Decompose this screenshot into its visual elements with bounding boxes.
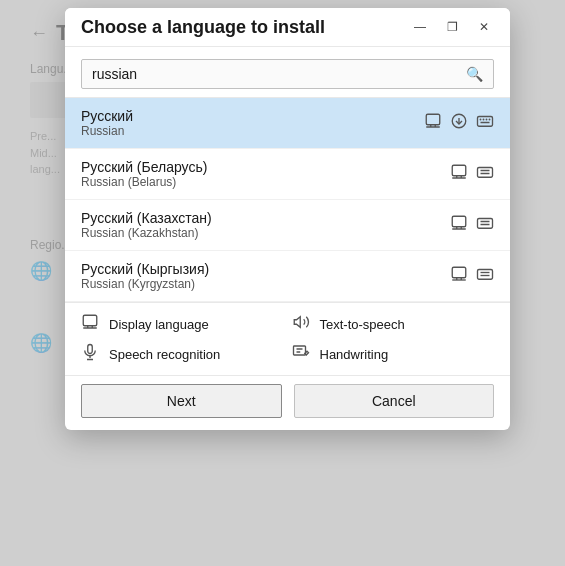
- svg-rect-16: [478, 168, 493, 178]
- speech-recognition-feature-icon: [81, 343, 101, 365]
- svg-rect-40: [293, 346, 305, 355]
- display-lang-icon-kz: [450, 214, 468, 236]
- language-list: Русский Russian: [65, 97, 510, 302]
- feature-handwriting: Handwriting: [292, 343, 495, 365]
- display-language-label: Display language: [109, 317, 209, 332]
- display-lang-icon: [424, 112, 442, 134]
- install-icon: [450, 112, 468, 134]
- language-install-dialog: Choose a language to install — ❐ ✕ 🔍 Рус…: [65, 8, 510, 430]
- lang-name-russian: Русский: [81, 108, 424, 124]
- svg-rect-37: [88, 345, 93, 354]
- cancel-button[interactable]: Cancel: [294, 384, 495, 418]
- lang-sub-kz: Russian (Kazakhstan): [81, 226, 450, 240]
- svg-rect-30: [478, 270, 493, 280]
- feature-tts: Text-to-speech: [292, 313, 495, 335]
- lang-icons-kz: [450, 214, 494, 236]
- search-icon: 🔍: [466, 66, 483, 82]
- lang-icons-russian: [424, 112, 494, 134]
- language-item-kazakhstan[interactable]: Русский (Казахстан) Russian (Kazakhstan): [65, 200, 510, 251]
- svg-rect-0: [426, 114, 440, 125]
- lang-name-belarus: Русский (Беларусь): [81, 159, 450, 175]
- feature-speech-recognition: Speech recognition: [81, 343, 284, 365]
- speech-recognition-label: Speech recognition: [109, 347, 220, 362]
- svg-rect-33: [83, 315, 97, 326]
- keyboard-icon-by: [476, 163, 494, 185]
- svg-rect-12: [452, 165, 466, 176]
- features-section: Display language Text-to-speech: [65, 302, 510, 375]
- keyboard-icon-kz: [476, 214, 494, 236]
- lang-sub-russian: Russian: [81, 124, 424, 138]
- keyboard-icon: [476, 112, 494, 134]
- svg-rect-19: [452, 216, 466, 227]
- display-lang-icon-by: [450, 163, 468, 185]
- next-button[interactable]: Next: [81, 384, 282, 418]
- lang-icons-kg: [450, 265, 494, 287]
- handwriting-feature-icon: [292, 343, 312, 365]
- svg-rect-6: [478, 117, 493, 127]
- keyboard-icon-kg: [476, 265, 494, 287]
- close-button[interactable]: ✕: [470, 16, 498, 38]
- search-input[interactable]: [92, 66, 466, 82]
- lang-name-kz: Русский (Казахстан): [81, 210, 450, 226]
- display-lang-icon-kg: [450, 265, 468, 287]
- lang-icons-belarus: [450, 163, 494, 185]
- language-item-kyrgyzstan[interactable]: Русский (Кыргызия) Russian (Kyrgyzstan): [65, 251, 510, 302]
- dialog-titlebar: Choose a language to install — ❐ ✕: [65, 8, 510, 47]
- svg-rect-26: [452, 267, 466, 278]
- language-item-belarus[interactable]: Русский (Беларусь) Russian (Belarus): [65, 149, 510, 200]
- dialog-buttons: Next Cancel: [65, 375, 510, 430]
- titlebar-controls: — ❐ ✕: [406, 16, 498, 38]
- dialog-title: Choose a language to install: [81, 17, 325, 38]
- maximize-button[interactable]: ❐: [438, 16, 466, 38]
- minimize-button[interactable]: —: [406, 16, 434, 38]
- feature-display-language: Display language: [81, 313, 284, 335]
- display-language-feature-icon: [81, 313, 101, 335]
- search-container: 🔍: [65, 47, 510, 97]
- lang-name-kg: Русский (Кыргызия): [81, 261, 450, 277]
- lang-sub-belarus: Russian (Belarus): [81, 175, 450, 189]
- svg-rect-23: [478, 219, 493, 229]
- lang-sub-kg: Russian (Kyrgyzstan): [81, 277, 450, 291]
- language-item-russian[interactable]: Русский Russian: [65, 98, 510, 149]
- tts-feature-icon: [292, 313, 312, 335]
- handwriting-label: Handwriting: [320, 347, 389, 362]
- tts-label: Text-to-speech: [320, 317, 405, 332]
- search-box: 🔍: [81, 59, 494, 89]
